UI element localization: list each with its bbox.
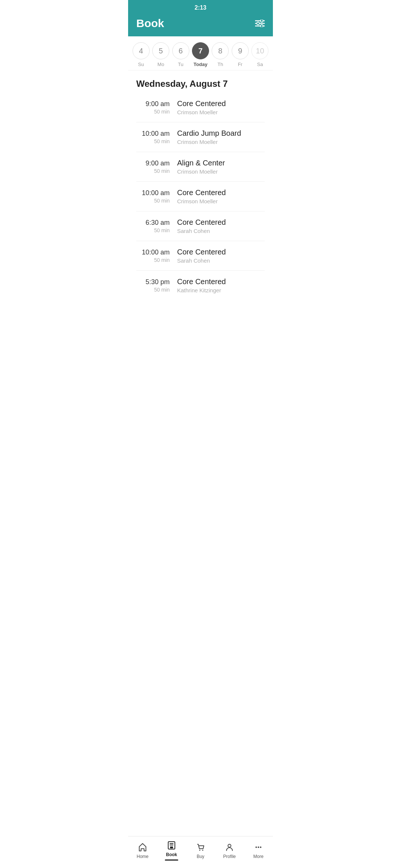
class-item[interactable]: 6:30 am50 minCore CenteredSarah Cohen	[136, 211, 265, 241]
svg-point-11	[202, 849, 203, 851]
class-info: Align & CenterCrimson Moeller	[177, 159, 265, 175]
nav-label-more: More	[253, 854, 263, 859]
nav-item-more[interactable]: More	[244, 842, 273, 859]
class-time: 10:00 am50 min	[136, 130, 177, 144]
class-time-hour: 6:30 am	[136, 219, 170, 227]
svg-point-3	[257, 22, 260, 25]
class-item[interactable]: 9:00 am50 minCore CenteredCrimson Moelle…	[136, 93, 265, 122]
svg-point-13	[255, 846, 257, 848]
svg-point-12	[228, 844, 231, 847]
class-time: 5:30 pm50 min	[136, 278, 177, 293]
day-selector: 4Su5Mo6Tu7Today8Th9Fr10Sa	[128, 36, 273, 70]
class-info: Core CenteredCrimson Moeller	[177, 99, 265, 115]
class-time: 10:00 am50 min	[136, 189, 177, 204]
nav-item-book[interactable]: Book	[157, 840, 186, 861]
class-info: Core CenteredKathrine Kitzinger	[177, 277, 265, 293]
class-instructor: Crimson Moeller	[177, 168, 265, 175]
class-info: Core CenteredSarah Cohen	[177, 248, 265, 264]
class-duration: 50 min	[136, 257, 170, 263]
class-list: 9:00 am50 minCore CenteredCrimson Moelle…	[128, 93, 273, 300]
svg-rect-9	[170, 846, 173, 848]
nav-item-home[interactable]: Home	[128, 842, 157, 859]
day-label: Sa	[257, 62, 263, 67]
class-time-hour: 9:00 am	[136, 100, 170, 108]
day-number: 5	[152, 42, 169, 59]
day-item-mo[interactable]: 5Mo	[152, 42, 169, 67]
class-info: Core CenteredCrimson Moeller	[177, 188, 265, 204]
class-instructor: Kathrine Kitzinger	[177, 287, 265, 293]
day-number: 9	[232, 42, 249, 59]
class-time-hour: 10:00 am	[136, 189, 170, 197]
class-time-hour: 5:30 pm	[136, 278, 170, 286]
day-item-th[interactable]: 8Th	[212, 42, 229, 67]
class-name: Core Centered	[177, 277, 265, 286]
svg-point-1	[261, 20, 263, 22]
class-instructor: Crimson Moeller	[177, 198, 265, 204]
class-time: 6:30 am50 min	[136, 219, 177, 233]
class-item[interactable]: 10:00 am50 minCore CenteredSarah Cohen	[136, 241, 265, 271]
home-icon	[137, 842, 148, 852]
svg-point-14	[258, 846, 259, 848]
day-label: Fr	[238, 62, 242, 67]
book-icon	[166, 840, 177, 851]
day-number: 10	[251, 42, 268, 59]
day-item-today[interactable]: 7Today	[192, 42, 209, 67]
day-label: Mo	[157, 62, 164, 67]
day-item-tu[interactable]: 6Tu	[172, 42, 189, 67]
nav-label-book: Book	[166, 852, 177, 857]
status-bar: 2:13	[128, 0, 273, 13]
class-instructor: Crimson Moeller	[177, 109, 265, 115]
class-item[interactable]: 9:00 am50 minAlign & CenterCrimson Moell…	[136, 152, 265, 182]
day-label: Su	[138, 62, 144, 67]
class-info: Cardio Jump BoardCrimson Moeller	[177, 129, 265, 145]
class-item[interactable]: 10:00 am50 minCore CenteredCrimson Moell…	[136, 182, 265, 211]
svg-point-5	[261, 25, 263, 27]
class-duration: 50 min	[136, 109, 170, 115]
day-number: 4	[133, 42, 150, 59]
class-instructor: Sarah Cohen	[177, 228, 265, 234]
class-name: Core Centered	[177, 218, 265, 227]
more-icon	[253, 842, 264, 852]
day-item-su[interactable]: 4Su	[133, 42, 150, 67]
class-info: Core CenteredSarah Cohen	[177, 218, 265, 234]
class-duration: 50 min	[136, 287, 170, 293]
main-content: 4Su5Mo6Tu7Today8Th9Fr10Sa Wednesday, Aug…	[128, 36, 273, 333]
buy-icon	[195, 842, 206, 852]
class-duration: 50 min	[136, 168, 170, 174]
day-label: Tu	[178, 62, 183, 67]
class-name: Core Centered	[177, 248, 265, 256]
class-time-hour: 9:00 am	[136, 160, 170, 167]
page-title: Book	[136, 17, 164, 30]
nav-item-profile[interactable]: Profile	[215, 842, 244, 859]
nav-label-home: Home	[137, 854, 149, 859]
nav-active-indicator	[165, 859, 178, 861]
class-time: 9:00 am50 min	[136, 100, 177, 115]
class-item[interactable]: 5:30 pm50 minCore CenteredKathrine Kitzi…	[136, 271, 265, 300]
filter-icon	[255, 20, 265, 27]
day-item-fr[interactable]: 9Fr	[232, 42, 249, 67]
bottom-nav: Home Book Buy Profile More	[128, 836, 273, 868]
class-duration: 50 min	[136, 138, 170, 144]
class-duration: 50 min	[136, 198, 170, 204]
day-number: 7	[192, 42, 209, 59]
day-item-sa[interactable]: 10Sa	[251, 42, 268, 67]
profile-icon	[224, 842, 235, 852]
filter-button[interactable]	[255, 20, 265, 27]
class-time-hour: 10:00 am	[136, 249, 170, 256]
day-label: Today	[193, 62, 207, 67]
class-name: Core Centered	[177, 99, 265, 108]
nav-label-buy: Buy	[197, 854, 205, 859]
class-item[interactable]: 10:00 am50 minCardio Jump BoardCrimson M…	[136, 122, 265, 152]
class-time-hour: 10:00 am	[136, 130, 170, 138]
nav-label-profile: Profile	[223, 854, 236, 859]
class-time: 9:00 am50 min	[136, 160, 177, 174]
day-number: 8	[212, 42, 229, 59]
class-name: Cardio Jump Board	[177, 129, 265, 138]
nav-item-buy[interactable]: Buy	[186, 842, 215, 859]
svg-point-15	[260, 846, 261, 848]
header: Book	[128, 13, 273, 36]
svg-point-10	[199, 849, 200, 851]
class-name: Core Centered	[177, 188, 265, 197]
class-time: 10:00 am50 min	[136, 249, 177, 263]
date-heading: Wednesday, August 7	[128, 70, 273, 93]
